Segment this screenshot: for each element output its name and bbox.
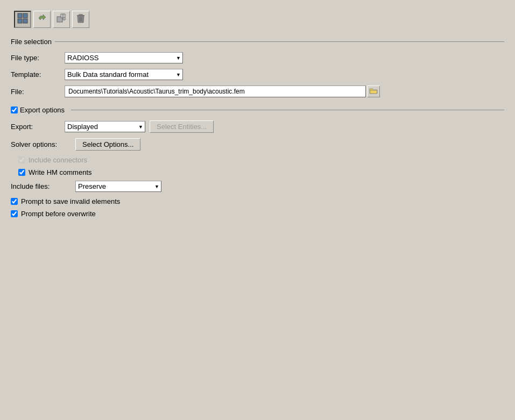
prompt-overwrite-checkbox[interactable] xyxy=(11,210,18,217)
delete-icon xyxy=(75,12,87,27)
select-options-label: Select Options... xyxy=(82,140,133,148)
prompt-overwrite-row: Prompt before overwrite xyxy=(11,210,504,218)
undo-button[interactable] xyxy=(33,11,51,28)
folder-open-icon xyxy=(369,87,378,96)
svg-rect-2 xyxy=(18,19,22,23)
write-hm-label: Write HM comments xyxy=(29,168,92,176)
template-select-wrapper: Bulk Data standard format Small Field La… xyxy=(65,69,183,80)
export-button[interactable] xyxy=(53,11,70,28)
prompt-invalid-row: Prompt to save invalid elements xyxy=(11,197,504,205)
file-type-label: File type: xyxy=(11,54,65,62)
include-files-select[interactable]: Preserve Merge None xyxy=(75,181,161,192)
file-type-select[interactable]: RADIOSS Nastran Abaqus OptiStruct xyxy=(65,52,183,63)
write-hm-row: Write HM comments xyxy=(18,168,504,176)
file-label: File: xyxy=(11,88,65,96)
select-options-button[interactable]: Select Options... xyxy=(75,138,140,151)
export-options-section: Export options Export: Displayed All Sel… xyxy=(11,106,504,218)
svg-rect-1 xyxy=(23,13,27,18)
file-browse-button[interactable] xyxy=(367,86,380,97)
svg-rect-7 xyxy=(79,14,83,15)
prompt-invalid-label: Prompt to save invalid elements xyxy=(21,197,120,205)
file-type-select-wrapper: RADIOSS Nastran Abaqus OptiStruct xyxy=(65,52,183,63)
template-row: Template: Bulk Data standard format Smal… xyxy=(11,69,504,80)
include-files-label: Include files: xyxy=(11,182,75,190)
export-controls: Displayed All Selected Select Entities..… xyxy=(65,120,214,133)
file-selection-line xyxy=(55,41,504,42)
file-selection-section: File selection File type: RADIOSS Nastra… xyxy=(11,38,504,97)
main-content: File selection File type: RADIOSS Nastra… xyxy=(5,5,510,225)
export-label: Export: xyxy=(11,123,65,131)
export-options-checkbox[interactable] xyxy=(11,106,18,113)
include-connectors-row: Include connectors xyxy=(18,156,504,164)
file-selection-label: File selection xyxy=(11,38,55,46)
solver-options-label: Solver options: xyxy=(11,140,75,148)
file-selection-header: File selection xyxy=(11,38,504,46)
select-entities-label: Select Entities... xyxy=(157,123,207,131)
file-input-row: Documents\Tutorials\Acoustic\Taurus_trim… xyxy=(65,86,380,97)
write-hm-checkbox[interactable] xyxy=(18,169,25,176)
file-path-display: Documents\Tutorials\Acoustic\Taurus_trim… xyxy=(65,86,366,97)
export-icon xyxy=(55,12,67,27)
export-options-legend: Export options xyxy=(11,106,71,114)
svg-rect-8 xyxy=(77,15,84,16)
export-select[interactable]: Displayed All Selected xyxy=(65,121,145,132)
select-entities-button[interactable]: Select Entities... xyxy=(150,120,214,133)
export-select-wrapper: Displayed All Selected xyxy=(65,121,145,132)
undo-icon xyxy=(36,12,48,27)
svg-rect-3 xyxy=(23,19,27,23)
toolbar xyxy=(11,9,504,30)
export-options-header: Export options xyxy=(11,106,504,114)
grid-button[interactable] xyxy=(14,11,31,28)
template-select[interactable]: Bulk Data standard format Small Field La… xyxy=(65,69,183,80)
grid-icon xyxy=(17,12,29,27)
export-row: Export: Displayed All Selected Select En… xyxy=(11,120,504,133)
prompt-overwrite-label: Prompt before overwrite xyxy=(21,210,96,218)
include-connectors-label: Include connectors xyxy=(29,156,87,164)
include-files-select-wrapper: Preserve Merge None xyxy=(75,181,161,192)
solver-options-row: Solver options: Select Options... xyxy=(11,138,504,151)
export-options-line xyxy=(71,110,504,110)
delete-button[interactable] xyxy=(72,11,89,28)
include-files-row: Include files: Preserve Merge None xyxy=(11,181,504,192)
prompt-invalid-checkbox[interactable] xyxy=(11,198,18,205)
export-options-label: Export options xyxy=(20,106,68,114)
file-type-row: File type: RADIOSS Nastran Abaqus OptiSt… xyxy=(11,52,504,63)
template-label: Template: xyxy=(11,70,65,79)
svg-rect-0 xyxy=(18,13,22,18)
include-connectors-checkbox[interactable] xyxy=(18,156,25,163)
file-row: File: Documents\Tutorials\Acoustic\Tauru… xyxy=(11,86,504,97)
